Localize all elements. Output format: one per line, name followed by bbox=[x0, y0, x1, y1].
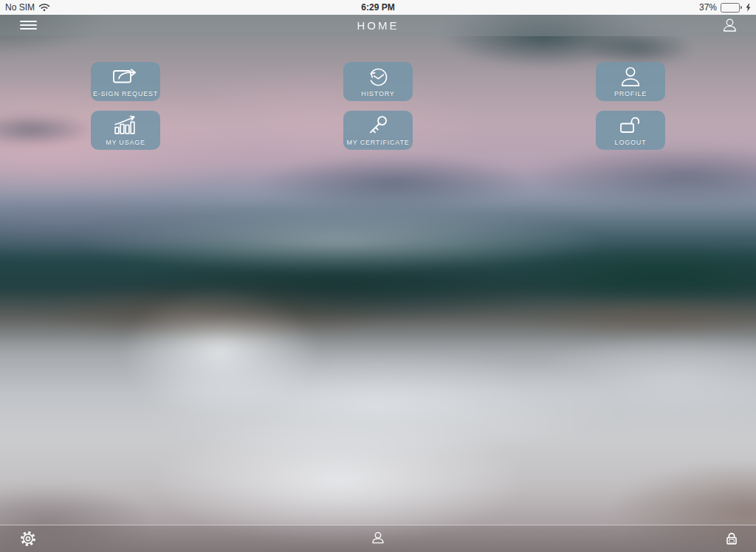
usage-chart-icon bbox=[91, 114, 160, 136]
tile-my-usage[interactable]: MY USAGE bbox=[91, 111, 160, 150]
tile-profile[interactable]: PROFILE bbox=[596, 62, 665, 101]
tile-label: PROFILE bbox=[579, 90, 683, 97]
tile-label: MY USAGE bbox=[74, 139, 178, 146]
tile-e-sign-request[interactable]: E-SIGN REQUEST bbox=[91, 62, 160, 101]
lock-icon[interactable] bbox=[724, 531, 740, 547]
bottom-toolbar bbox=[0, 525, 756, 552]
person-icon[interactable] bbox=[720, 15, 740, 35]
e-sign-request-icon bbox=[91, 65, 160, 86]
profile-icon bbox=[596, 65, 665, 88]
tile-logout[interactable]: LOGOUT bbox=[596, 111, 665, 150]
tile-label: LOGOUT bbox=[579, 139, 683, 146]
tile-label: MY CERTIFICATE bbox=[326, 139, 430, 146]
tile-label: E-SIGN REQUEST bbox=[74, 90, 178, 97]
person-icon[interactable] bbox=[0, 529, 756, 547]
unlock-icon bbox=[596, 114, 665, 136]
history-icon bbox=[343, 65, 413, 89]
clock-time: 6:29 PM bbox=[0, 2, 756, 13]
tile-label: HISTORY bbox=[326, 90, 430, 97]
tile-my-certificate[interactable]: MY CERTIFICATE bbox=[343, 111, 413, 150]
key-icon bbox=[343, 114, 413, 138]
nav-bar: HOME bbox=[0, 15, 756, 36]
app-screen: No SIM 6:29 PM 37% HOME bbox=[0, 0, 756, 552]
tile-history[interactable]: HISTORY bbox=[343, 62, 413, 101]
status-bar: No SIM 6:29 PM 37% bbox=[0, 0, 756, 15]
page-title: HOME bbox=[0, 19, 756, 32]
